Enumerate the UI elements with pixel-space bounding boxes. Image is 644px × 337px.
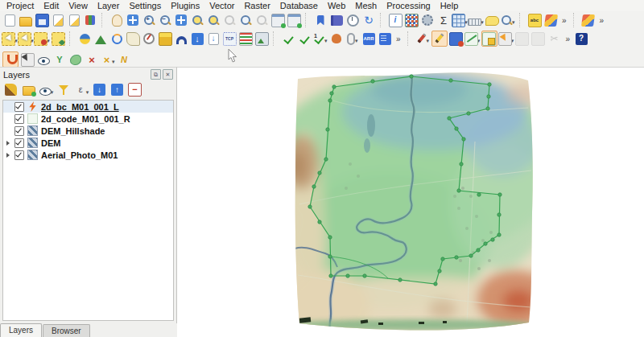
expand-icon[interactable]	[6, 141, 13, 146]
vertex-select-icon[interactable]	[20, 52, 35, 67]
layer-name[interactable]: 2d_bc_M01_001_L	[41, 102, 119, 112]
attachment-icon-dropdown[interactable]: ▾	[355, 38, 360, 44]
check-topology-icon[interactable]: 1▾	[313, 31, 328, 46]
fox-plugin-icon[interactable]	[329, 31, 344, 46]
menu-raster[interactable]: Raster	[239, 0, 275, 11]
temporal-controller-icon[interactable]	[345, 13, 360, 27]
culvert-tool-icon[interactable]	[174, 31, 188, 46]
tcp-tool-icon[interactable]: TCP	[222, 31, 237, 46]
attribute-table-icon[interactable]: ▾	[452, 13, 467, 27]
move-feature-icon[interactable]: N	[117, 52, 131, 67]
new-map-view-icon[interactable]	[270, 13, 285, 27]
toolbar-overflow-icon[interactable]: »	[566, 35, 571, 43]
import-layer-icon[interactable]: ↓	[206, 31, 221, 46]
layer-visibility-checkbox[interactable]	[14, 126, 24, 136]
layer-name[interactable]: Aerial_Photo_M01	[41, 150, 118, 160]
menu-database[interactable]: Database	[275, 0, 323, 11]
zoom-out-icon[interactable]: −	[158, 13, 172, 27]
menu-vector[interactable]: Vector	[204, 0, 239, 11]
layer-name[interactable]: DEM_Hillshade	[41, 126, 105, 136]
new-bookmark-icon[interactable]	[313, 13, 328, 27]
new-project-icon[interactable]	[2, 13, 17, 27]
topology-blob-icon[interactable]	[68, 52, 83, 67]
open-layer-styling-icon[interactable]	[4, 83, 18, 97]
layer-visibility-checkbox[interactable]	[14, 114, 24, 124]
help-icon[interactable]: ?	[574, 31, 588, 46]
layer-visibility-checkbox[interactable]	[14, 102, 24, 112]
layer-visibility-checkbox[interactable]	[14, 138, 24, 148]
toolbar-overflow-icon[interactable]: »	[562, 16, 567, 25]
attachment-icon[interactable]: ▾	[345, 31, 360, 46]
trace-icon[interactable]: Y	[52, 52, 67, 67]
expand-icon[interactable]	[6, 153, 13, 158]
add-line-feature-icon[interactable]: ▾	[465, 31, 480, 46]
expand-all-icon[interactable]: ↓	[93, 83, 106, 97]
layer-row-2d_bc_M01_001_L[interactable]: 2d_bc_M01_001_L	[3, 101, 173, 113]
field-calculator-icon[interactable]	[404, 13, 419, 27]
layer-row-DEM[interactable]: DEM	[3, 137, 173, 149]
check-geometry-icon[interactable]	[281, 31, 295, 46]
pan-to-selection-icon[interactable]	[126, 13, 140, 27]
menu-edit[interactable]: Edit	[39, 0, 64, 11]
advanced-digitize-icon[interactable]: ×▾	[101, 52, 115, 67]
georeferencer-icon[interactable]	[109, 31, 124, 46]
download-icon[interactable]: ↓	[190, 31, 204, 46]
layer-diagram-icon[interactable]	[543, 13, 558, 27]
layer-visibility-checkbox[interactable]	[14, 150, 24, 160]
labeling-icon[interactable]: abc	[527, 13, 542, 27]
snapping-magnet-icon[interactable]	[2, 51, 19, 68]
processing-history-icon[interactable]	[126, 31, 140, 46]
select-features-icon[interactable]: ▾	[2, 31, 17, 46]
python-console-icon[interactable]	[77, 31, 92, 46]
menu-project[interactable]: Project	[2, 0, 39, 11]
current-edits-icon[interactable]: ▾	[415, 31, 430, 46]
notes-plugin-icon[interactable]	[378, 31, 392, 46]
arr-plugin-icon[interactable]: ARR	[361, 31, 376, 46]
3d-cube-icon[interactable]	[158, 31, 172, 46]
collapse-all-icon[interactable]: ↑	[110, 83, 124, 97]
modify-attributes-icon[interactable]: ▾	[499, 31, 514, 46]
capture-map-icon[interactable]	[254, 31, 269, 46]
filter-by-expression-icon[interactable]: ε▾	[75, 83, 89, 97]
refresh-icon[interactable]: ↻	[361, 13, 376, 27]
locator-search-icon[interactable]: ▾	[501, 13, 515, 27]
save-project-icon[interactable]	[35, 13, 49, 27]
map-tips-icon[interactable]	[485, 13, 499, 27]
zoom-to-layer-icon[interactable]	[206, 13, 221, 27]
layer-name[interactable]: DEM	[41, 138, 60, 148]
menu-help[interactable]: Help	[436, 0, 464, 11]
menu-layer[interactable]: Layer	[93, 0, 125, 11]
layer-row-Aerial_Photo_M01[interactable]: Aerial_Photo_M01	[3, 149, 173, 161]
zoom-in-icon[interactable]: +	[142, 13, 156, 27]
zoom-last-icon[interactable]	[238, 13, 253, 27]
terrain-analysis-icon[interactable]	[93, 31, 108, 46]
azimuth-tool-icon[interactable]	[142, 31, 156, 46]
select-by-location-icon[interactable]	[51, 31, 65, 46]
new-print-layout-icon[interactable]	[67, 13, 81, 27]
menu-view[interactable]: View	[64, 0, 93, 11]
measure-icon[interactable]: ▾	[469, 13, 483, 27]
float-panel-icon[interactable]: ⧉	[151, 69, 161, 80]
save-layer-edits-icon[interactable]	[449, 31, 464, 46]
open-project-icon[interactable]	[19, 13, 33, 27]
profile-tool-icon[interactable]	[238, 31, 253, 46]
pan-map-icon[interactable]	[109, 13, 124, 27]
add-group-icon[interactable]	[22, 83, 35, 97]
close-panel-icon[interactable]: ✕	[163, 69, 173, 80]
display-eye-icon[interactable]	[36, 52, 51, 67]
menu-mesh[interactable]: Mesh	[350, 0, 382, 11]
new-3d-map-view-icon[interactable]	[287, 13, 301, 27]
toolbar-overflow-icon[interactable]: »	[396, 35, 401, 43]
zoom-to-selection-icon[interactable]	[190, 13, 204, 27]
identify-features-icon[interactable]: i	[388, 13, 402, 27]
vertex-tool-icon[interactable]	[481, 31, 497, 47]
menu-processing[interactable]: Processing	[382, 0, 435, 11]
layer-name[interactable]: 2d_code_M01_001_R	[41, 114, 130, 124]
deselect-features-icon[interactable]: ▾	[19, 31, 33, 46]
show-bookmarks-icon[interactable]	[329, 13, 344, 27]
filter-legend-icon[interactable]	[57, 83, 71, 97]
style-manager-icon[interactable]	[83, 13, 97, 27]
dock-tab-layers[interactable]: Layers	[0, 323, 42, 337]
layer-row-2d_code_M01_001_R[interactable]: 2d_code_M01_001_R	[3, 113, 173, 125]
duplicate-layer-icon[interactable]	[581, 13, 596, 27]
